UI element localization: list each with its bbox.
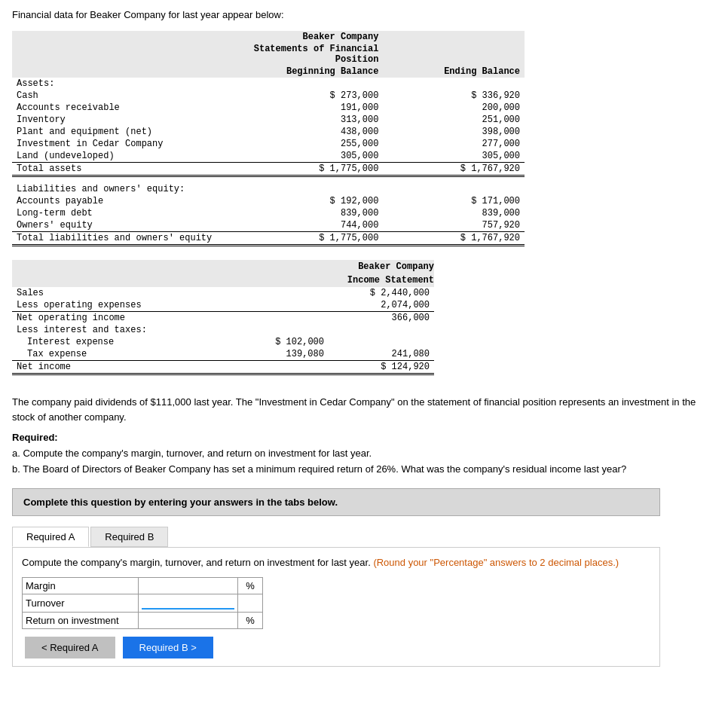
table-row: Less operating expenses 2,074,000 bbox=[12, 299, 434, 312]
total-liabilities-row: Total liabilities and owners' equity $ 1… bbox=[12, 232, 525, 246]
liabilities-header: Liabilities and owners' equity: bbox=[12, 183, 242, 195]
table-row: Inventory 313,000 251,000 bbox=[12, 114, 525, 126]
tab-instruction: Compute the company's margin, turnover, … bbox=[22, 555, 650, 570]
table-row: Less interest and taxes: bbox=[12, 324, 434, 336]
table-row: Long-term debt 839,000 839,000 bbox=[12, 207, 525, 219]
intro-text: Financial data for Beaker Company for la… bbox=[12, 9, 716, 20]
next-button[interactable]: Required B > bbox=[123, 637, 213, 658]
table-row: Sales $ 2,440,000 bbox=[12, 287, 434, 299]
income-statement-table: Beaker Company Income Statement Sales $ … bbox=[12, 260, 434, 375]
turnover-input[interactable] bbox=[142, 597, 234, 610]
assets-header: Assets: bbox=[12, 78, 242, 90]
margin-input[interactable] bbox=[142, 580, 234, 591]
turnover-input-cell[interactable] bbox=[139, 594, 238, 613]
margin-label: Margin bbox=[23, 578, 139, 594]
table-row: Plant and equipment (net) 438,000 398,00… bbox=[12, 126, 525, 138]
table-row: Net operating income 366,000 bbox=[12, 312, 434, 325]
sfp-col-beginning: Beginning Balance bbox=[242, 66, 384, 78]
table-row: Owners' equity 744,000 757,920 bbox=[12, 219, 525, 232]
roi-input-cell[interactable] bbox=[139, 613, 238, 629]
table-row: Investment in Cedar Company 255,000 277,… bbox=[12, 138, 525, 150]
table-row: Cash $ 273,000 $ 336,920 bbox=[12, 90, 525, 102]
roi-row: Return on investment % bbox=[23, 613, 263, 629]
margin-input-cell[interactable] bbox=[139, 578, 238, 594]
table-row: Land (undeveloped) 305,000 305,000 bbox=[12, 150, 525, 163]
tab-required-a[interactable]: Required A bbox=[12, 527, 89, 547]
tab-instruction-orange: (Round your "Percentage" answers to 2 de… bbox=[373, 557, 619, 568]
required-items: a. Compute the company's margin, turnove… bbox=[12, 446, 716, 478]
tabs-row: Required A Required B bbox=[12, 527, 660, 547]
dividends-note: The company paid dividends of $111,000 l… bbox=[12, 395, 716, 424]
sfp-col-ending: Ending Balance bbox=[383, 66, 525, 78]
table-row: Tax expense 139,080 241,080 bbox=[12, 348, 434, 361]
table-row: Accounts receivable 191,000 200,000 bbox=[12, 102, 525, 114]
tab-required-b[interactable]: Required B bbox=[90, 527, 168, 547]
turnover-label: Turnover bbox=[23, 594, 139, 613]
sfp-title1: Beaker Company bbox=[242, 31, 384, 43]
tab-instruction-text: Compute the company's margin, turnover, … bbox=[22, 557, 373, 568]
sfp-table: Beaker Company Statements of Financial P… bbox=[12, 31, 525, 246]
is-title1: Beaker Company bbox=[242, 260, 434, 273]
form-table: Margin % Turnover Return on investment % bbox=[22, 577, 263, 629]
prev-button[interactable]: < Required A bbox=[25, 637, 115, 658]
turnover-row: Turnover bbox=[23, 594, 263, 613]
net-income-row: Net income $ 124,920 bbox=[12, 361, 434, 374]
margin-unit: % bbox=[238, 578, 263, 594]
table-row: Interest expense $ 102,000 bbox=[12, 336, 434, 348]
tab-a-content: Compute the company's margin, turnover, … bbox=[12, 547, 660, 668]
margin-row: Margin % bbox=[23, 578, 263, 594]
turnover-unit bbox=[238, 594, 263, 613]
roi-unit: % bbox=[238, 613, 263, 629]
is-title2: Income Statement bbox=[242, 273, 434, 287]
required-heading: Required: bbox=[12, 432, 716, 443]
nav-buttons: < Required A Required B > bbox=[22, 637, 650, 658]
table-row: Accounts payable $ 192,000 $ 171,000 bbox=[12, 195, 525, 207]
sfp-title2: Statements of Financial Position bbox=[242, 43, 384, 66]
roi-input[interactable] bbox=[142, 615, 234, 626]
roi-label: Return on investment bbox=[23, 613, 139, 629]
financial-tables: Beaker Company Statements of Financial P… bbox=[12, 31, 716, 381]
complete-box: Complete this question by entering your … bbox=[12, 488, 660, 516]
total-assets-row: Total assets $ 1,775,000 $ 1,767,920 bbox=[12, 163, 525, 176]
